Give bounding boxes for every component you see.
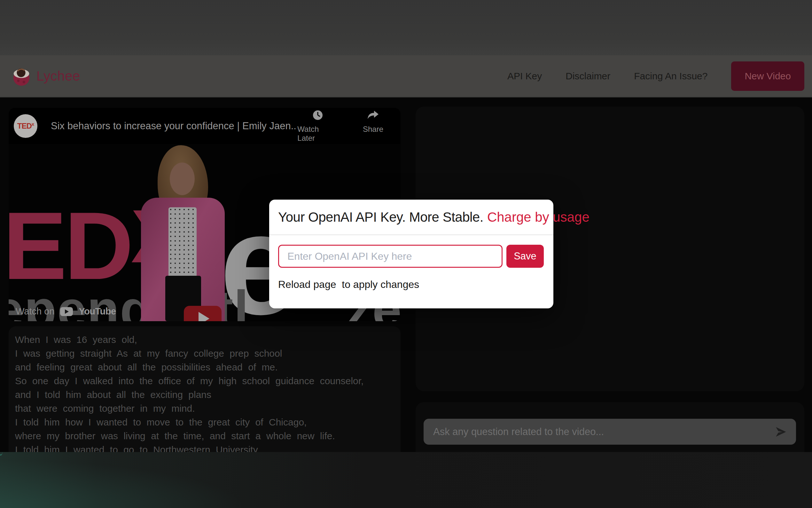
video-title-link[interactable]: Six behaviors to increase your confidenc… (51, 120, 297, 132)
share-arrow-icon (367, 110, 379, 121)
desktop-background-top (0, 0, 812, 55)
nav-links: API Key Disclaimer Facing An Issue? New … (507, 61, 804, 91)
brand[interactable]: Lychee (11, 66, 80, 86)
screen: Lychee API Key Disclaimer Facing An Issu… (0, 0, 812, 508)
tedx-channel-avatar[interactable]: TEDx (14, 114, 37, 138)
navbar: Lychee API Key Disclaimer Facing An Issu… (0, 55, 812, 97)
lychee-logo-icon (11, 66, 31, 86)
share-button[interactable]: Share (363, 110, 383, 143)
youtube-play-button[interactable] (184, 306, 222, 321)
transcript-line: where my brother was living at the time,… (15, 429, 394, 443)
charge-by-usage-link[interactable]: Charge by usage (487, 210, 589, 225)
transcript-line: and I told him about all the exciting pl… (15, 388, 394, 401)
transcript-line: I was getting straight As at my fancy co… (15, 346, 394, 360)
watch-on-label: Watch on (16, 306, 54, 317)
chat-question-input[interactable] (424, 419, 796, 444)
modal-header: Your OpenAI API Key. More Stable. Charge… (269, 200, 554, 235)
nav-link-api-key[interactable]: API Key (507, 71, 542, 82)
send-button[interactable] (774, 425, 788, 438)
watch-later-label: Watch Later (297, 125, 338, 143)
youtube-logo-icon (60, 307, 73, 316)
clock-icon (312, 110, 324, 121)
video-header: TEDx Six behaviors to increase your conf… (9, 108, 400, 144)
api-key-modal: Your OpenAI API Key. More Stable. Charge… (269, 200, 554, 308)
chat-input-bar (416, 402, 804, 452)
video-header-actions: Watch Later Share (297, 110, 383, 143)
transcript-line: I told him how I wanted to move to the g… (15, 415, 394, 429)
api-key-input[interactable] (278, 245, 503, 268)
reload-note: Reload page to apply changes (278, 279, 544, 291)
youtube-wordmark: YouTube (79, 306, 116, 317)
transcript-line: I told him I wanted to go to Northwester… (15, 443, 394, 452)
speaker-face (170, 163, 195, 195)
transcript-line: that were coming together in my mind. (15, 401, 394, 415)
watch-on-youtube-link[interactable]: Watch on YouTube (16, 306, 116, 317)
play-icon (198, 312, 209, 321)
watch-later-button[interactable]: Watch Later (297, 110, 338, 143)
transcript-panel: When I was 16 years old, I was getting s… (9, 326, 400, 452)
share-label: Share (363, 125, 383, 134)
desktop-background-bottom (0, 452, 812, 508)
brand-name: Lychee (37, 69, 80, 84)
paper-plane-icon (774, 425, 788, 438)
speaker-figure (136, 144, 229, 321)
transcript-line: and feeling great about all the possibil… (15, 360, 394, 374)
nav-link-disclaimer[interactable]: Disclaimer (566, 71, 610, 82)
new-video-button[interactable]: New Video (731, 61, 804, 91)
save-button[interactable]: Save (507, 245, 544, 268)
transcript-line: So one day I walked into the office of m… (15, 374, 394, 388)
speaker-top (169, 207, 197, 280)
nav-link-facing-an-issue[interactable]: Facing An Issue? (634, 71, 708, 82)
modal-title: Your OpenAI API Key. More Stable. (278, 210, 483, 225)
transcript-line: When I was 16 years old, (15, 333, 394, 346)
modal-body: Save Reload page to apply changes (269, 235, 554, 291)
